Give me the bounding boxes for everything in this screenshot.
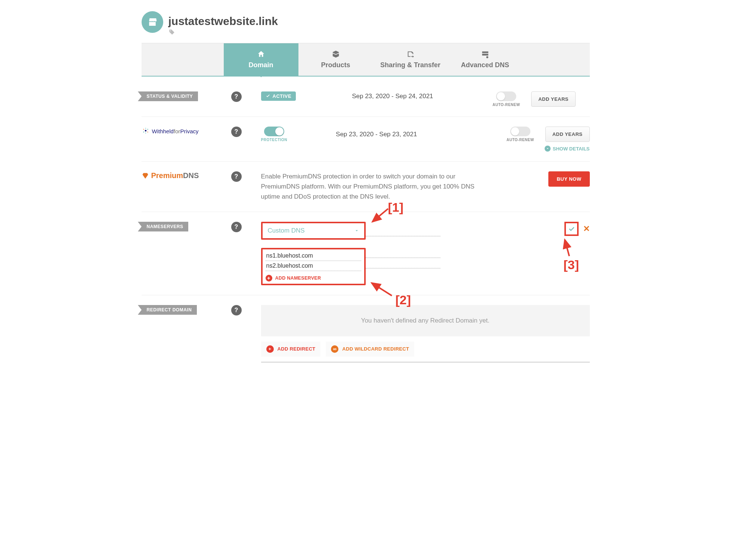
status-validity-label: STATUS & VALIDITY xyxy=(142,91,198,101)
nameserver-input-1[interactable] xyxy=(266,251,361,261)
withheld-for-privacy-logo: WithheldforPrivacy xyxy=(142,127,199,136)
svg-point-4 xyxy=(147,132,148,133)
premium-dns-description: Enable PremiumDNS protection in order to… xyxy=(261,171,485,202)
help-icon[interactable]: ? xyxy=(231,222,242,232)
add-redirect-button[interactable]: + ADD REDIRECT xyxy=(261,342,321,357)
nameserver-input-2[interactable] xyxy=(266,261,361,271)
store-icon xyxy=(142,11,163,33)
status-badge: ACTIVE xyxy=(261,91,296,101)
help-icon[interactable]: ? xyxy=(231,91,242,102)
tab-domain[interactable]: Domain xyxy=(224,43,298,76)
tag-icon[interactable] xyxy=(168,29,278,37)
help-icon[interactable]: ? xyxy=(231,171,242,182)
help-icon[interactable]: ? xyxy=(231,127,242,137)
home-icon xyxy=(257,50,266,58)
add-nameserver-button[interactable]: + ADD NAMESERVER xyxy=(266,275,361,281)
privacy-logo-icon xyxy=(142,127,150,136)
transfer-icon xyxy=(406,50,415,58)
svg-point-6 xyxy=(145,133,146,133)
protection-toggle[interactable] xyxy=(264,127,284,136)
buy-now-button[interactable]: BUY NOW xyxy=(548,171,589,187)
svg-point-0 xyxy=(145,130,146,132)
tab-products[interactable]: Products xyxy=(298,43,373,76)
callout-1: [1] xyxy=(388,200,404,215)
confirm-nameservers-button[interactable] xyxy=(564,222,579,236)
auto-renew-toggle-status[interactable] xyxy=(496,91,516,101)
svg-point-3 xyxy=(143,132,144,133)
redirect-empty-state: You haven't defined any Redirect Domain … xyxy=(261,305,590,336)
plus-icon: + xyxy=(266,275,272,281)
add-years-button[interactable]: ADD YEARS xyxy=(531,91,576,107)
callout-3: [3] xyxy=(564,258,579,272)
cancel-nameservers-button[interactable]: ✕ xyxy=(583,224,590,234)
page-title: justatestwebsite.link xyxy=(168,11,278,27)
tab-advanced-dns[interactable]: Advanced DNS xyxy=(448,43,523,76)
annotation-arrow xyxy=(558,237,573,260)
premium-dns-logo: PremiumDNS xyxy=(142,171,199,180)
svg-point-2 xyxy=(147,129,148,130)
tab-sharing-transfer[interactable]: Sharing & Transfer xyxy=(373,43,448,76)
callout-2: [2] xyxy=(396,293,411,307)
infinity-icon: ∞ xyxy=(331,345,338,353)
add-wildcard-redirect-button[interactable]: ∞ ADD WILDCARD REDIRECT xyxy=(326,342,414,357)
nameserver-inputs: + ADD NAMESERVER xyxy=(261,248,366,285)
help-icon[interactable]: ? xyxy=(231,305,242,315)
chevron-down-icon xyxy=(545,146,551,152)
svg-line-7 xyxy=(372,209,388,222)
check-icon xyxy=(568,225,575,233)
show-details-link[interactable]: SHOW DETAILS xyxy=(545,146,590,152)
diamond-icon xyxy=(142,172,149,180)
dns-type-dropdown[interactable]: Custom DNS xyxy=(261,222,366,240)
svg-point-5 xyxy=(145,128,146,128)
add-years-button[interactable]: ADD YEARS xyxy=(545,127,590,142)
box-icon xyxy=(331,50,340,58)
server-icon xyxy=(481,50,490,58)
svg-line-9 xyxy=(565,240,569,256)
nameservers-label: NAMESERVERS xyxy=(142,222,189,231)
svg-point-1 xyxy=(143,129,144,130)
status-dates: Sep 23, 2020 - Sep 24, 2021 xyxy=(352,93,433,100)
plus-icon: + xyxy=(266,345,274,353)
svg-line-8 xyxy=(372,283,392,296)
redirect-domain-label: REDIRECT DOMAIN xyxy=(142,305,197,315)
annotation-arrow xyxy=(369,281,396,299)
caret-down-icon xyxy=(354,228,359,233)
auto-renew-toggle-privacy[interactable] xyxy=(510,127,530,136)
tab-bar: Domain Products Sharing & Transfer Advan… xyxy=(142,43,590,77)
privacy-dates: Sep 23, 2020 - Sep 23, 2021 xyxy=(336,131,417,138)
